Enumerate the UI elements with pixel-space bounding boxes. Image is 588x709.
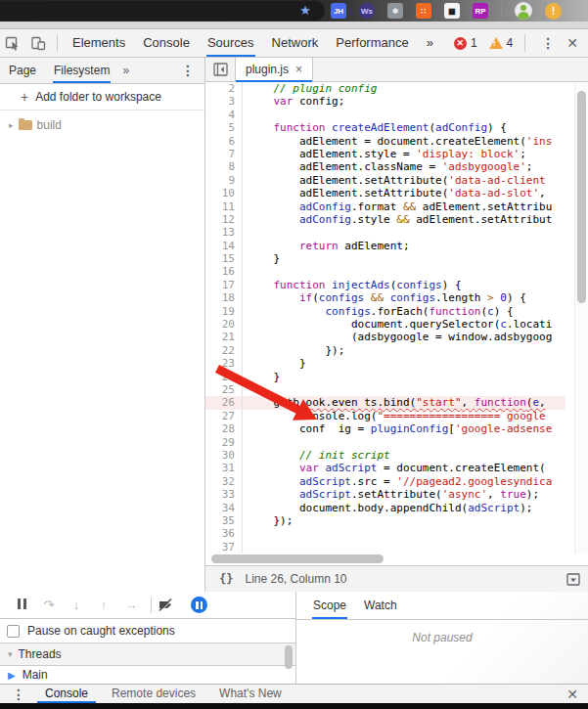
code-line[interactable]: 10 adElement.setAttribute('data-ad-slot'…	[205, 187, 565, 199]
drawer-close-icon[interactable]: ✕	[565, 687, 588, 702]
code-line[interactable]: 7 adElement.style = 'display: block';	[205, 148, 565, 160]
line-number[interactable]: 15	[205, 252, 243, 265]
code-line[interactable]: 22 });	[205, 344, 565, 357]
code-text[interactable]: // plugin config	[243, 82, 377, 95]
show-drawer-icon[interactable]	[566, 573, 580, 586]
code-text[interactable]: console.log("================== google	[243, 410, 546, 422]
code-text[interactable]: adScript.setAttribute('async', true);	[243, 488, 539, 501]
line-number[interactable]: 10	[205, 187, 243, 199]
code-line[interactable]: 26 gitb ook.even ts.bind("start", functi…	[205, 396, 565, 409]
code-line[interactable]: 23 }	[205, 357, 565, 370]
line-number[interactable]: 27	[205, 410, 243, 422]
drawer-tab-remote-devices[interactable]: Remote devices	[100, 685, 207, 704]
device-toolbar-icon[interactable]	[25, 31, 51, 55]
code-line[interactable]: 18 if(configs && configs.length > 0) {	[205, 291, 565, 304]
step-over-icon[interactable]: ↷	[35, 598, 63, 612]
line-number[interactable]: 23	[205, 357, 243, 370]
code-text[interactable]: adElement.className = 'adsbygoogle';	[243, 160, 532, 173]
code-line[interactable]: 36	[205, 527, 565, 540]
extension-react-icon[interactable]: ⚛	[387, 3, 403, 19]
line-number[interactable]: 33	[205, 488, 243, 501]
code-line[interactable]: 27 console.log("================== googl…	[205, 410, 565, 422]
code-text[interactable]: conf ig = pluginConfig['google-adsense	[243, 422, 552, 435]
line-number[interactable]: 9	[205, 174, 243, 187]
deactivate-breakpoints-icon[interactable]	[158, 598, 185, 612]
line-number[interactable]: 6	[205, 135, 243, 148]
devtools-menu-icon[interactable]: ⋮	[531, 35, 565, 51]
code-text[interactable]	[243, 436, 248, 449]
code-text[interactable]	[243, 226, 248, 239]
code-text[interactable]: adConfig.style && adElement.setAttribut	[243, 213, 552, 226]
code-viewport[interactable]: 2 // plugin config3 var config;45 functi…	[205, 82, 565, 554]
tab-filesystem[interactable]: Filesystem	[45, 58, 118, 83]
step-into-icon[interactable]: ↓	[63, 598, 90, 612]
code-line[interactable]: 35 });	[205, 514, 565, 527]
code-text[interactable]: (adsbygoogle = window.adsbygoog	[243, 331, 552, 343]
code-text[interactable]: adElement = document.createElement('ins	[243, 135, 552, 148]
code-line[interactable]: 11 adConfig.format && adElement.setAttri…	[205, 200, 565, 213]
extension-rp-icon[interactable]: RP	[473, 3, 488, 19]
code-text[interactable]	[243, 527, 248, 540]
tab-performance[interactable]: Performance	[327, 29, 417, 57]
code-line[interactable]: 16	[205, 265, 565, 278]
code-line[interactable]: 31 var adScript = document.createElement…	[205, 462, 565, 474]
drawer-tab-whats-new[interactable]: What's New	[207, 685, 294, 704]
bookmark-star-icon[interactable]: ★	[299, 3, 311, 19]
line-number[interactable]: 16	[205, 265, 243, 278]
line-number[interactable]: 35	[205, 514, 243, 527]
tab-watch[interactable]: Watch	[355, 592, 406, 619]
code-text[interactable]: adConfig.format && adElement.setAttribu	[243, 200, 552, 213]
pause-on-exceptions-icon[interactable]	[191, 597, 207, 613]
code-text[interactable]: function createAdElement(adConfig) {	[243, 121, 507, 134]
line-number[interactable]: 5	[205, 121, 243, 134]
code-text[interactable]: }	[243, 371, 280, 383]
hide-navigator-icon[interactable]	[205, 58, 235, 81]
code-line[interactable]: 19 configs.forEach(function(c) {	[205, 305, 565, 318]
line-number[interactable]: 8	[205, 160, 243, 173]
code-line[interactable]: 25	[205, 383, 565, 396]
code-text[interactable]: gitb ook.even ts.bind("start", function(…	[243, 396, 546, 409]
line-number[interactable]: 32	[205, 475, 243, 488]
code-line[interactable]: 2 // plugin config	[205, 82, 565, 95]
code-text[interactable]	[243, 109, 248, 121]
tab-elements[interactable]: Elements	[64, 29, 134, 57]
drawer-menu-icon[interactable]: ⋮	[0, 687, 33, 702]
code-line[interactable]: 17 function injectAds(configs) {	[205, 279, 565, 291]
line-number[interactable]: 28	[205, 422, 243, 435]
editor-horizontal-scrollbar[interactable]	[205, 554, 565, 565]
line-number[interactable]: 30	[205, 449, 243, 462]
line-number[interactable]: 14	[205, 240, 243, 252]
tab-page[interactable]: Page	[0, 58, 45, 83]
code-text[interactable]	[243, 383, 248, 396]
code-text[interactable]: if(configs && configs.length > 0) {	[243, 291, 526, 304]
thread-item-main[interactable]: ▶ Main	[0, 666, 295, 684]
inspect-element-icon[interactable]	[0, 31, 25, 55]
step-out-icon[interactable]: ↑	[90, 598, 117, 612]
code-line[interactable]: 34 document.body.appendChild(adScript);	[205, 502, 565, 514]
line-number[interactable]: 24	[205, 371, 243, 383]
code-line[interactable]: 6 adElement = document.createElement('in…	[205, 135, 565, 148]
code-text[interactable]: adElement.style = 'display: block';	[243, 148, 526, 160]
code-line[interactable]: 15 }	[205, 252, 565, 265]
line-number[interactable]: 34	[205, 502, 243, 514]
code-text[interactable]: adElement.setAttribute('data-ad-client	[243, 174, 546, 187]
drawer-tab-console[interactable]: Console	[33, 685, 100, 704]
code-text[interactable]: var adScript = document.createElement(	[243, 462, 546, 474]
disclosure-triangle-icon[interactable]: ▾	[8, 649, 13, 659]
code-line[interactable]: 13	[205, 226, 565, 239]
pause-caught-exceptions-row[interactable]: Pause on caught exceptions	[0, 619, 295, 643]
code-line[interactable]: 4	[205, 109, 565, 121]
line-number[interactable]: 21	[205, 331, 243, 343]
line-number[interactable]: 12	[205, 213, 243, 226]
file-tab-pluginjs[interactable]: plugin.js ×	[235, 58, 313, 81]
horizontal-scroll-thumb[interactable]	[211, 554, 384, 563]
add-folder-button[interactable]: + Add folder to workspace	[0, 84, 204, 111]
step-icon[interactable]: →	[117, 598, 145, 612]
line-number[interactable]: 11	[205, 200, 243, 213]
tab-network[interactable]: Network	[263, 29, 328, 57]
line-number[interactable]: 19	[205, 305, 243, 318]
devtools-close-icon[interactable]: ✕	[565, 35, 588, 51]
code-line[interactable]: 14 return adElement;	[205, 240, 565, 252]
line-number[interactable]: 31	[205, 462, 243, 474]
extension-snippet-icon[interactable]: ∷	[416, 3, 431, 19]
